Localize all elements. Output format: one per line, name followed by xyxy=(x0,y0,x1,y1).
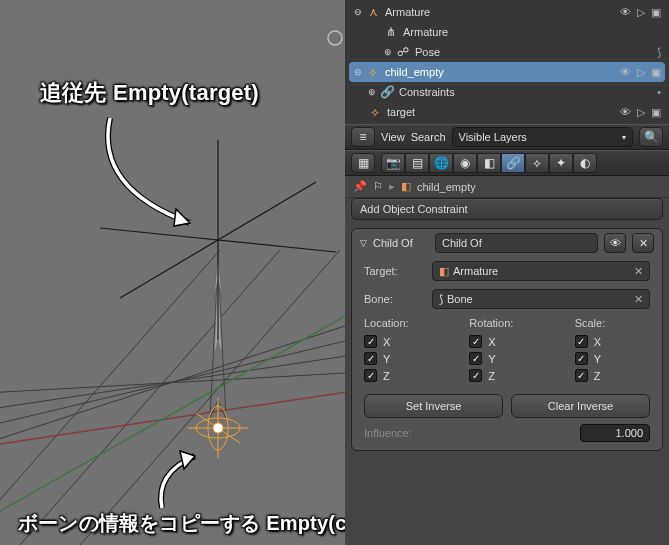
target-picker[interactable]: ◧ Armature ✕ xyxy=(432,261,650,281)
annotation-arrow-bottom xyxy=(150,448,230,518)
constraint-name-input[interactable]: Child Of xyxy=(435,233,598,253)
render-icon[interactable]: ▣ xyxy=(651,66,661,79)
visibility-icon[interactable]: 👁 xyxy=(620,106,631,118)
tab-layers[interactable]: ▤ xyxy=(405,153,429,173)
check-loc-x[interactable]: ✓X xyxy=(364,333,439,350)
check-loc-z[interactable]: ✓Z xyxy=(364,367,439,384)
outliner-label: Armature xyxy=(383,6,620,18)
bone-label: Bone: xyxy=(364,293,424,305)
nav-gizmo[interactable] xyxy=(328,31,342,45)
check-label: Y xyxy=(594,353,601,365)
expand-icon[interactable]: ⊖ xyxy=(353,67,363,77)
visibility-icon[interactable]: 👁 xyxy=(620,66,631,78)
tab-object[interactable]: ◧ xyxy=(477,153,501,173)
render-icon[interactable]: ▣ xyxy=(651,106,661,119)
expand-icon[interactable]: ⊖ xyxy=(353,7,363,17)
tab-physics[interactable]: ✦ xyxy=(549,153,573,173)
tab-material[interactable]: ◐ xyxy=(573,153,597,173)
check-label: Z xyxy=(488,370,495,382)
outliner-label: child_empty xyxy=(383,66,620,78)
check-rot-y[interactable]: ✓Y xyxy=(469,350,544,367)
tab-render[interactable]: 📷 xyxy=(381,153,405,173)
armature-data-icon: ⋔ xyxy=(383,25,399,39)
outliner-row[interactable]: ⟡ target 👁 ▷ ▣ xyxy=(349,102,665,122)
button-label: Clear Inverse xyxy=(548,400,613,412)
clear-inverse-button[interactable]: Clear Inverse xyxy=(511,394,650,418)
svg-line-1 xyxy=(0,348,345,415)
select-icon[interactable]: ▷ xyxy=(637,106,645,119)
constraint-child-of: ▽ Child Of Child Of 👁 ✕ Target: ◧ Armatu… xyxy=(351,228,663,451)
target-label: Target: xyxy=(364,265,424,277)
select-icon[interactable]: ▷ xyxy=(637,6,645,19)
expand-icon[interactable]: ⊕ xyxy=(367,87,377,97)
svg-marker-21 xyxy=(174,209,190,226)
check-scale-y[interactable]: ✓Y xyxy=(575,350,650,367)
svg-line-7 xyxy=(0,384,345,453)
tab-world[interactable]: ◉ xyxy=(453,153,477,173)
tab-constraint[interactable]: 🔗 xyxy=(501,153,525,173)
expand-icon[interactable]: ⊕ xyxy=(383,47,393,57)
outliner-row[interactable]: ⋔ Armature xyxy=(349,22,665,42)
viewport-3d[interactable]: 追従先 Empty(target) ボーンの情報をコピーする Empty(chi… xyxy=(0,0,345,545)
breadcrumb: 📌 ⚐ ▸ ◧ child_empty xyxy=(345,176,669,198)
armature-icon: ⋏ xyxy=(365,5,381,19)
constraint-type-label: Child Of xyxy=(373,237,429,249)
object-icon: ◧ xyxy=(401,180,411,193)
editor-type-icon[interactable]: ▦ xyxy=(351,153,375,173)
check-rot-z[interactable]: ✓Z xyxy=(469,367,544,384)
dropdown-label: Visible Layers xyxy=(459,131,527,143)
dropdown-label: Add Object Constraint xyxy=(360,203,468,215)
empty-icon: ⟡ xyxy=(367,105,383,119)
outliner-row[interactable]: ⊖ ⋏ Armature 👁 ▷ ▣ xyxy=(349,2,665,22)
constraint-icon: 🔗 xyxy=(379,85,395,99)
check-label: Y xyxy=(488,353,495,365)
toggle-icon[interactable]: ⚐ xyxy=(373,180,383,193)
menu-search[interactable]: Search xyxy=(411,131,446,143)
breadcrumb-object[interactable]: child_empty xyxy=(417,181,476,193)
object-icon: ◧ xyxy=(439,265,449,278)
search-icon[interactable]: 🔍 xyxy=(639,127,663,147)
context-tabs: 📷 ▤ 🌐 ◉ ◧ 🔗 ⟡ ✦ ◐ xyxy=(381,153,597,173)
outliner-row[interactable]: ⊕ 🔗 Constraints • xyxy=(349,82,665,102)
outliner-label: Armature xyxy=(401,26,661,38)
outliner-label: target xyxy=(385,106,620,118)
properties-header: ▦ 📷 ▤ 🌐 ◉ ◧ 🔗 ⟡ ✦ ◐ xyxy=(345,150,669,176)
pin-icon[interactable]: 📌 xyxy=(353,180,367,193)
mute-icon[interactable]: 👁 xyxy=(604,233,626,253)
filter-dropdown[interactable]: Visible Layers ▾ xyxy=(452,127,633,147)
check-label: X xyxy=(488,336,495,348)
field-value: Bone xyxy=(447,293,473,305)
visibility-icon[interactable]: 👁 xyxy=(620,6,631,18)
col-scale-label: Scale: xyxy=(575,317,650,329)
add-constraint-dropdown[interactable]: Add Object Constraint xyxy=(351,198,663,220)
outliner-row[interactable]: ⊖ ⟡ child_empty 👁 ▷ ▣ xyxy=(349,62,665,82)
delete-icon[interactable]: ✕ xyxy=(632,233,654,253)
clear-icon[interactable]: ✕ xyxy=(634,265,643,278)
tab-scene[interactable]: 🌐 xyxy=(429,153,453,173)
check-loc-y[interactable]: ✓Y xyxy=(364,350,439,367)
outliner-row[interactable]: ⊕ ☍ Pose ⟆ xyxy=(349,42,665,62)
check-rot-x[interactable]: ✓X xyxy=(469,333,544,350)
slider-value: 1.000 xyxy=(615,427,643,439)
render-icon[interactable]: ▣ xyxy=(651,6,661,19)
tab-data[interactable]: ⟡ xyxy=(525,153,549,173)
check-scale-x[interactable]: ✓X xyxy=(575,333,650,350)
annotation-arrow-top xyxy=(80,108,230,248)
empty-icon: ⟡ xyxy=(365,65,381,79)
outliner[interactable]: ⊖ ⋏ Armature 👁 ▷ ▣ ⋔ Armature ⊕ ☍ Pose ⟆… xyxy=(345,0,669,124)
bone-icon: ⟆ xyxy=(439,293,443,306)
check-label: X xyxy=(383,336,390,348)
collapse-icon[interactable]: ▽ xyxy=(360,238,367,248)
pose-icon: ☍ xyxy=(395,45,411,59)
select-icon[interactable]: ▷ xyxy=(637,66,645,79)
button-label: Set Inverse xyxy=(406,400,462,412)
check-label: Y xyxy=(383,353,390,365)
clear-icon[interactable]: ✕ xyxy=(634,293,643,306)
bone-picker[interactable]: ⟆ Bone ✕ xyxy=(432,289,650,309)
influence-slider[interactable]: 1.000 xyxy=(580,424,650,442)
set-inverse-button[interactable]: Set Inverse xyxy=(364,394,503,418)
annotation-target: 追従先 Empty(target) xyxy=(40,78,259,108)
menu-view[interactable]: View xyxy=(381,131,405,143)
check-scale-z[interactable]: ✓Z xyxy=(575,367,650,384)
editor-type-icon[interactable]: ≡ xyxy=(351,127,375,147)
